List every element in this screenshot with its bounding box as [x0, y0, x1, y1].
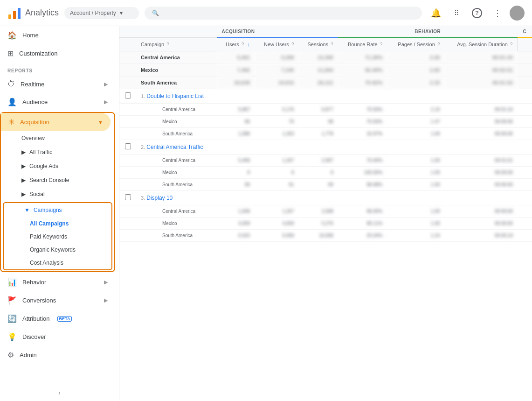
sidebar-item-conversions[interactable]: 🚩 Conversions ▶ — [0, 291, 115, 310]
sidebar-discover-label: Discover — [22, 333, 46, 340]
main-layout: 🏠 Home ⊞ Customization REPORTS ⏱ Realtim… — [0, 26, 532, 401]
sidebar-item-attribution[interactable]: 🔄 Attribution BETA — [0, 310, 115, 328]
sessions-cell — [298, 89, 338, 104]
conversion-cell — [518, 51, 532, 64]
avatar[interactable] — [510, 6, 525, 21]
sidebar-item-cost-analysis[interactable]: Cost Analysis — [4, 256, 111, 269]
col-header-users[interactable]: Users ? ↓ — [217, 37, 255, 51]
campaign-name-cell[interactable]: 2. Central America Traffic — [136, 140, 217, 155]
table-row[interactable]: 3. Display 10 — [119, 191, 532, 205]
users-cell: 5,887 — [217, 104, 255, 116]
row-checkbox-cell — [119, 51, 136, 64]
new-users-help-icon[interactable]: ? — [291, 42, 294, 47]
pages-session-help-icon[interactable]: ? — [437, 42, 440, 47]
sidebar-item-all-traffic[interactable]: ▶ All Traffic — [1, 145, 114, 159]
sessions-cell: 1,778 — [298, 128, 338, 140]
new-users-cell: 1,267 — [255, 205, 299, 218]
campaign-help-icon[interactable]: ? — [166, 42, 169, 47]
audience-icon: 👤 — [7, 98, 17, 106]
sessions-help-icon[interactable]: ? — [331, 42, 333, 47]
notifications-button[interactable]: 🔔 — [428, 5, 444, 21]
table-row: Central America 5,468 1,267 2,997 70.00%… — [119, 155, 532, 167]
sidebar-item-organic-keywords[interactable]: Organic Keywords — [4, 243, 111, 256]
campaign-name-cell[interactable]: 3. Display 10 — [136, 191, 217, 205]
sidebar-realtime-label: Realtime — [21, 81, 44, 88]
conversion-cell — [518, 167, 532, 179]
row-checkbox[interactable] — [125, 92, 131, 98]
topbar-actions: 🔔 ⠿ ? ⋮ — [428, 5, 525, 21]
sidebar-item-acquisition[interactable]: ✳ Acquisition ▼ — [1, 113, 111, 131]
row-checkbox-cell[interactable] — [119, 140, 136, 155]
data-table-wrapper: Acquisition Behavior C Campaign ? Users … — [119, 26, 532, 401]
campaign-name-cell[interactable]: 1. Double to Hispanic List — [136, 89, 217, 104]
pages-session-cell: 1.24 — [387, 230, 444, 242]
sidebar-item-customization[interactable]: ⊞ Customization — [0, 44, 115, 63]
row-checkbox-cell — [119, 205, 136, 218]
row-checkbox-cell[interactable] — [119, 191, 136, 205]
sidebar-item-campaigns[interactable]: ▼ Campaigns — [4, 203, 111, 217]
more-button[interactable]: ⋮ — [489, 5, 506, 21]
col-header-sessions[interactable]: Sessions ? — [298, 37, 338, 51]
sidebar-item-overview[interactable]: Overview — [1, 131, 114, 145]
pages-session-cell: 1.00 — [387, 155, 444, 167]
row-checkbox[interactable] — [125, 194, 131, 200]
sidebar-item-search-console[interactable]: ▶ Search Console — [1, 173, 114, 187]
pages-session-cell: 1.00 — [387, 179, 444, 191]
search-bar[interactable]: 🔍 — [145, 7, 422, 20]
sidebar-item-google-ads[interactable]: ▶ Google Ads — [1, 159, 114, 173]
sidebar: 🏠 Home ⊞ Customization REPORTS ⏱ Realtim… — [0, 26, 119, 401]
avg-session-help-icon[interactable]: ? — [510, 42, 513, 47]
region-name-cell: Central America — [136, 104, 217, 116]
col-header-new-users[interactable]: New Users ? — [255, 37, 299, 51]
apps-button[interactable]: ⠿ — [448, 5, 465, 21]
sessions-cell: 8 — [298, 167, 338, 179]
acquisition-icon: ✳ — [8, 118, 14, 127]
sidebar-item-realtime[interactable]: ⏱ Realtime ▶ — [0, 75, 115, 93]
col-header-avg-session[interactable]: Avg. Session Duration ? — [444, 37, 517, 51]
help-button[interactable]: ? — [469, 5, 485, 21]
col-header-pages-session[interactable]: Pages / Session ? — [387, 37, 444, 51]
sidebar-item-paid-keywords[interactable]: Paid Keywords — [4, 230, 111, 243]
users-help-icon[interactable]: ? — [242, 42, 244, 47]
sessions-cell: 10,598 — [298, 230, 338, 242]
region-name-cell: South America — [136, 179, 217, 191]
col-header-campaign: Campaign ? — [136, 37, 217, 51]
col-header-campaign-group — [119, 26, 217, 37]
campaign-link[interactable]: Display 10 — [146, 195, 173, 201]
conversion-cell — [518, 104, 532, 116]
new-users-cell: 1,267 — [255, 155, 299, 167]
sidebar-collapse-button[interactable]: ‹ — [0, 385, 119, 401]
sidebar-acquisition-label: Acquisition — [20, 119, 49, 126]
bounce-rate-help-icon[interactable]: ? — [380, 42, 383, 47]
conversion-cell — [518, 155, 532, 167]
table-row[interactable]: 2. Central America Traffic — [119, 140, 532, 155]
row-checkbox-cell — [119, 64, 136, 77]
users-cell: 8 — [217, 167, 255, 179]
sidebar-item-discover[interactable]: 💡 Discover — [0, 328, 115, 346]
row-checkbox[interactable] — [125, 143, 131, 149]
sidebar-item-social[interactable]: ▶ Social — [1, 187, 114, 201]
app-logo: Analytics — [7, 6, 59, 20]
sidebar-item-admin[interactable]: ⚙ Admin — [0, 346, 115, 364]
sidebar-item-all-campaigns[interactable]: All Campaigns — [4, 217, 111, 230]
sessions-cell: 98 — [298, 116, 338, 128]
sidebar-admin-label: Admin — [20, 352, 37, 359]
account-selector[interactable]: Account / Property ▾ — [64, 7, 139, 19]
sessions-cell: 2,997 — [298, 155, 338, 167]
sidebar-item-home[interactable]: 🏠 Home — [0, 26, 115, 44]
bell-icon: 🔔 — [431, 8, 441, 18]
table-row[interactable]: 1. Double to Hispanic List — [119, 89, 532, 104]
sidebar-item-behavior[interactable]: 📊 Behavior ▶ — [0, 273, 115, 291]
bounce-rate-cell: 25.04% — [338, 230, 387, 242]
new-users-cell: 5,176 — [255, 104, 299, 116]
col-header-bounce-rate[interactable]: Bounce Rate ? — [338, 37, 387, 51]
sidebar-item-audience[interactable]: 👤 Audience ▶ — [0, 93, 115, 111]
search-input[interactable] — [163, 9, 415, 17]
col-header-checkbox — [119, 37, 136, 51]
users-cell: 5,468 — [217, 155, 255, 167]
campaign-link[interactable]: Double to Hispanic List — [146, 93, 204, 99]
campaign-link[interactable]: Central America Traffic — [146, 144, 203, 150]
users-cell: 1,008 — [217, 205, 255, 218]
row-checkbox-cell[interactable] — [119, 89, 136, 104]
sessions-cell: 99 — [298, 179, 338, 191]
